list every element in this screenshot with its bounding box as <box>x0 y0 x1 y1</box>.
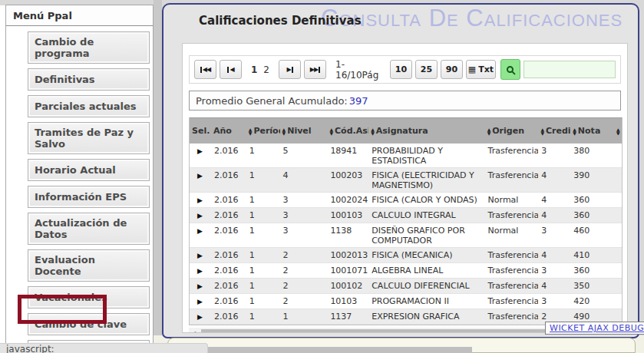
first-page-button[interactable]: ◀◀ <box>194 60 216 79</box>
cell: 1 <box>280 309 328 323</box>
cell: 1 <box>246 248 280 262</box>
cell: 1 <box>246 193 280 206</box>
sort-icon[interactable]: ▲▼ <box>282 127 286 135</box>
go-first-icon: ◀◀ <box>200 67 210 73</box>
sort-icon[interactable]: ▲▼ <box>371 127 375 135</box>
sidebar-item-vacacionales[interactable]: Vacacionales <box>28 286 150 308</box>
row-select-icon[interactable]: ▶ <box>193 224 203 235</box>
last-page-button[interactable]: ▶▶ <box>304 60 326 79</box>
layout-gap <box>154 0 162 343</box>
cell-sel: ▶ <box>190 294 211 308</box>
wicket-debug-box: WICKET AJAX DEBUG <box>545 322 644 335</box>
cell: 360 <box>570 193 614 206</box>
cell-sel: ▶ <box>190 263 211 278</box>
cell: 4 <box>538 248 570 262</box>
sidebar-item-cambio-de-programa[interactable]: Cambio de programa <box>28 31 150 64</box>
cell: 100203 <box>327 168 368 182</box>
row-select-icon[interactable]: ▶ <box>193 144 203 155</box>
row-select-icon[interactable]: ▶ <box>193 295 203 305</box>
cell: 1137 <box>327 309 368 323</box>
scrollbar-thumb[interactable] <box>201 329 595 333</box>
column-header-origen: ▲▼Origen <box>485 126 539 136</box>
page-size-90-button[interactable]: 90 <box>441 60 463 79</box>
cell-sel: ▶ <box>190 208 211 223</box>
column-label: Sel. <box>192 126 210 136</box>
search-button[interactable] <box>500 59 520 80</box>
sort-icon[interactable]: ▲▼ <box>249 127 253 135</box>
txt-label: Txt <box>478 64 494 74</box>
cell-sel: ▶ <box>190 193 211 207</box>
grid-icon: ▦ <box>468 64 476 74</box>
page-number-1[interactable]: 1 <box>251 64 257 75</box>
page-size-10-button[interactable]: 10 <box>390 60 412 79</box>
row-select-icon[interactable]: ▶ <box>193 264 203 275</box>
cell: 2.016 <box>211 248 246 262</box>
sidebar-item-horario-actual[interactable]: Horario Actual <box>28 159 150 181</box>
sidebar-item-informaci-n-eps[interactable]: Información EPS <box>28 186 150 208</box>
sidebar-item-actualizaci-n-de-datos[interactable]: Actualización de Datos <box>28 213 150 245</box>
cell-extra <box>614 223 622 227</box>
page-number-2[interactable]: 2 <box>263 64 269 75</box>
previous-page-button[interactable]: ◀ <box>220 60 242 79</box>
cell: 100103 <box>327 208 368 222</box>
sidebar-item-tramites-de-paz-y-salvo[interactable]: Tramites de Paz y Salvo <box>28 122 150 154</box>
grades-panel: Consulta De Calificaciones Calificacione… <box>162 3 639 338</box>
sort-icon[interactable]: ▲▼ <box>329 127 333 135</box>
cell-extra <box>614 144 622 147</box>
cell: PROGRAMACION II <box>368 294 484 308</box>
cell: EXPRESION GRAFICA <box>368 309 484 323</box>
cell-extra <box>614 294 622 298</box>
cell: Trasferencia <box>485 309 539 323</box>
cell: 1001071 <box>327 263 368 277</box>
row-select-icon[interactable]: ▶ <box>193 193 203 204</box>
cell: 2.016 <box>211 168 246 182</box>
row-select-icon[interactable]: ▶ <box>193 209 203 219</box>
cell: CALCULO INTEGRAL <box>368 208 484 222</box>
cell: 2.016 <box>211 144 246 157</box>
cell: Trasferencia <box>485 248 539 262</box>
menu-title: Menú Ppal <box>6 5 153 26</box>
average-summary-bar: Promedio General Acumulado: 397 <box>189 91 621 111</box>
wicket-ajax-debug-link[interactable]: WICKET AJAX DEBUG <box>550 323 644 333</box>
sort-icon[interactable]: ▲▼ <box>616 127 620 135</box>
next-page-button[interactable]: ▶ <box>279 60 301 79</box>
cell: 420 <box>570 294 614 308</box>
sidebar-item-parciales-actuales[interactable]: Parciales actuales <box>28 95 150 117</box>
sidebar-item-cambio-de-clave[interactable]: Cambio de clave <box>28 313 150 335</box>
go-previous-icon: ◀ <box>227 67 233 73</box>
page-title: Calificaciones Definitivas <box>199 14 362 28</box>
export-txt-button[interactable]: ▦Txt <box>466 60 496 79</box>
sidebar-item-definitivas[interactable]: Definitivas <box>28 68 150 91</box>
row-select-icon[interactable]: ▶ <box>193 279 203 290</box>
cell: FISICA (ELECTRICIDAD Y MAGNETISMO) <box>368 168 484 192</box>
cell: 1 <box>246 279 280 292</box>
cell: 1 <box>246 309 280 323</box>
cell: Trasferencia <box>485 144 539 157</box>
row-select-icon[interactable]: ▶ <box>193 310 203 321</box>
cell: 1 <box>246 294 280 308</box>
sort-icon[interactable]: ▲▼ <box>573 127 576 135</box>
sort-icon[interactable]: ▲▼ <box>487 127 491 135</box>
cell: 3 <box>538 223 570 237</box>
average-value: 397 <box>349 95 368 107</box>
watermark-text: Consulta De Calificaciones <box>321 5 623 32</box>
sidebar-item-evaluacion-docente[interactable]: Evaluacion Docente <box>28 249 150 282</box>
cell: CALCULO DIFERENCIAL <box>368 279 484 292</box>
cell-extra <box>614 263 622 267</box>
cell: 18941 <box>327 144 368 157</box>
sort-icon[interactable]: ▲▼ <box>540 127 544 135</box>
cell: 410 <box>570 248 614 262</box>
search-input[interactable] <box>523 61 616 78</box>
cell-sel: ▶ <box>190 248 211 262</box>
row-select-icon[interactable]: ▶ <box>193 169 203 180</box>
cell: 380 <box>570 144 614 157</box>
cell: 4 <box>538 208 570 222</box>
cell: ALGEBRA LINEAL <box>368 263 484 277</box>
cell: 1 <box>246 208 280 222</box>
scroll-left-icon[interactable]: ◀ <box>189 330 198 333</box>
page-size-25-button[interactable]: 25 <box>415 60 438 79</box>
cell: 2.016 <box>211 279 246 292</box>
row-select-icon[interactable]: ▶ <box>193 249 203 259</box>
cell-extra <box>614 168 622 172</box>
cell: 3 <box>280 193 328 206</box>
